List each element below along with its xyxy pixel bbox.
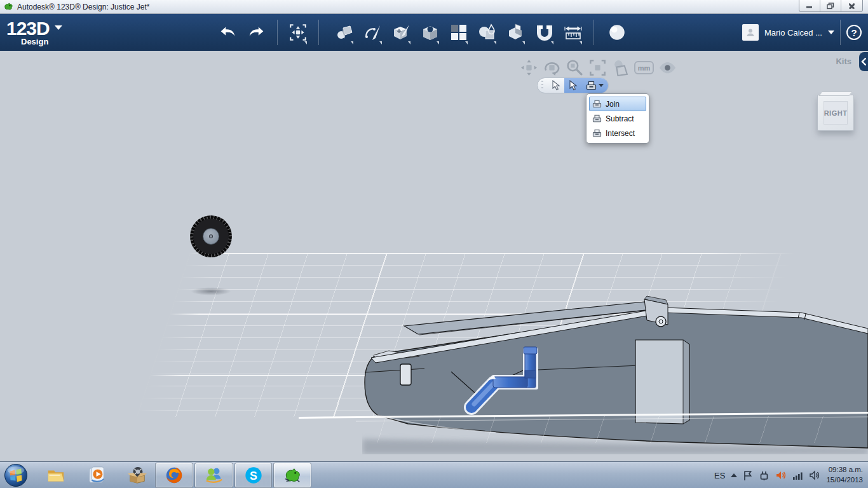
windows-taskbar: S ES 09:38 a.m. 15/04/2013 (0, 461, 868, 488)
app-icon (4, 2, 13, 11)
user-account-area: Mario Caiced ... ? (742, 14, 862, 51)
dropdown-caret-icon (465, 41, 468, 44)
combine-mode-button[interactable] (581, 78, 608, 93)
zoom-icon[interactable] (566, 58, 584, 77)
taskbar-explorer-button[interactable] (39, 463, 72, 488)
volume-icon[interactable] (809, 470, 820, 480)
taskbar-123d-design-button[interactable] (273, 463, 311, 488)
language-indicator[interactable]: ES (714, 471, 725, 480)
restore-button[interactable] (820, 0, 841, 11)
sketch-tool-button[interactable] (362, 20, 384, 45)
combine-join-icon (592, 100, 602, 108)
orbit-icon[interactable] (543, 58, 561, 77)
action-center-flag-icon[interactable] (743, 470, 753, 481)
visibility-eye-icon[interactable] (658, 58, 677, 77)
svg-text:S: S (250, 470, 257, 482)
combine-tool-button[interactable] (505, 20, 527, 45)
chevron-down-icon (55, 25, 62, 30)
wheel-hub (203, 228, 219, 245)
undo-button[interactable] (216, 20, 239, 45)
hub-bolt (209, 234, 213, 238)
transform-tool-button[interactable] (287, 20, 309, 45)
taskbar-catch-app-button[interactable] (121, 463, 154, 488)
combine-intersect-icon (592, 129, 602, 137)
construct-tool-button[interactable] (390, 20, 413, 45)
network-signal-icon[interactable] (792, 471, 803, 480)
nose-clip (400, 364, 411, 385)
taskbar-messenger-button[interactable] (194, 463, 233, 488)
pattern-tool-button[interactable] (447, 20, 470, 45)
help-button[interactable]: ? (846, 25, 862, 40)
view-cube-right-face[interactable]: RIGHT (824, 101, 848, 125)
menu-item-join[interactable]: Join (589, 97, 646, 111)
dropdown-caret-icon (304, 41, 307, 44)
pan-icon[interactable] (520, 58, 538, 77)
tray-date: 15/04/2013 (826, 475, 863, 485)
toolbar-separator (840, 20, 841, 45)
logo-subtext: Design (21, 37, 48, 46)
dropdown-caret-icon (494, 41, 496, 44)
taskbar-firefox-button[interactable] (155, 463, 193, 488)
3d-viewport[interactable]: mm Kits Join (0, 51, 868, 461)
app-window: Autodesk® 123D® Design: Justice Jet* 123… (0, 0, 868, 488)
dropdown-caret-icon (351, 41, 353, 44)
primitives-tool-button[interactable] (333, 20, 356, 45)
group-tool-button[interactable] (476, 20, 499, 45)
dropdown-caret-icon (522, 41, 525, 44)
taskbar-media-player-button[interactable] (80, 463, 113, 488)
select-cursor-button[interactable] (547, 78, 564, 93)
user-name[interactable]: Mario Caiced ... (764, 28, 822, 37)
app-header: 123D Design (0, 14, 868, 51)
app-menu-logo[interactable]: 123D Design (0, 14, 95, 51)
power-plug-icon[interactable] (759, 470, 770, 481)
snap-tool-button[interactable] (533, 20, 556, 45)
dropdown-caret-icon (437, 41, 439, 44)
select-cursor-button-active[interactable] (564, 78, 581, 93)
minimize-button[interactable] (799, 0, 820, 11)
menu-item-subtract[interactable]: Subtract (589, 111, 646, 126)
view-navigation-toolbar: mm (520, 58, 677, 77)
fit-view-icon[interactable] (588, 58, 607, 77)
dropdown-caret-icon (580, 41, 582, 44)
dropdown-caret-icon (379, 41, 382, 44)
dropdown-caret-icon (599, 84, 604, 87)
menu-item-label: Intersect (606, 129, 635, 138)
modeling-toolbar (333, 20, 585, 45)
system-tray: ES 09:38 a.m. 15/04/2013 (714, 462, 865, 488)
logo-text: 123D (6, 18, 50, 39)
view-cube[interactable]: RIGHT (817, 95, 854, 131)
start-button[interactable] (4, 463, 28, 487)
ground-grid-foreground (377, 416, 868, 443)
close-button[interactable] (841, 0, 862, 11)
menu-item-label: Subtract (606, 114, 634, 123)
toolbar-separator (593, 20, 594, 45)
material-icon[interactable] (611, 58, 630, 77)
title-bar: Autodesk® 123D® Design: Justice Jet* (0, 0, 868, 14)
modify-tool-button[interactable] (419, 20, 442, 45)
undo-redo-group (216, 20, 268, 45)
tray-clock[interactable]: 09:38 a.m. 15/04/2013 (826, 465, 865, 485)
window-title: Autodesk® 123D® Design: Justice Jet* (17, 3, 149, 11)
show-hidden-icons-button[interactable] (731, 473, 737, 477)
hinge-pin (656, 316, 666, 327)
dropdown-caret-icon (408, 41, 410, 44)
window-controls (799, 0, 863, 12)
wheel-shadow (184, 286, 238, 297)
measure-tool-button[interactable] (562, 20, 585, 45)
drag-handle-icon[interactable] (538, 81, 547, 90)
combine-dropdown-menu: Join Subtract Intersect (586, 93, 649, 144)
taskbar-skype-button[interactable]: S (234, 463, 272, 488)
selection-toolbar (537, 78, 609, 93)
menu-item-intersect[interactable]: Intersect (589, 126, 646, 140)
volume-mixer-orange-icon[interactable] (775, 470, 787, 480)
kits-panel-toggle[interactable] (859, 52, 868, 71)
wheel-model[interactable] (190, 215, 232, 257)
menu-item-label: Join (606, 100, 620, 109)
user-menu-caret-icon[interactable] (828, 30, 834, 34)
material-sphere-button[interactable] (606, 20, 628, 45)
kits-panel-label: Kits (836, 57, 851, 66)
redo-button[interactable] (245, 20, 268, 45)
toolbar-separator (318, 20, 319, 45)
view-cube-top-face[interactable] (819, 92, 853, 96)
units-button[interactable]: mm (634, 61, 654, 74)
